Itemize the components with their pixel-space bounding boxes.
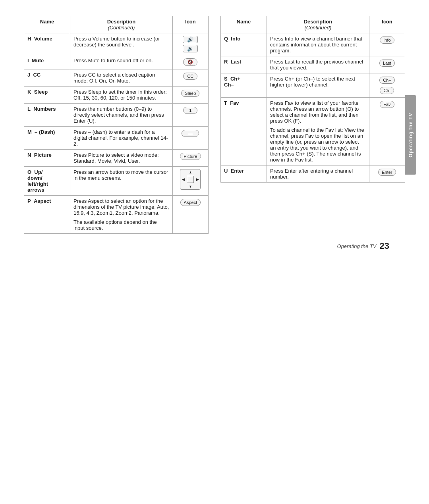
left-table-header: Name Description (Continued) Icon [24, 16, 209, 33]
row-name: K Sleep [24, 87, 70, 104]
row-icon: Ch+ Ch- [369, 73, 405, 98]
table-row: R Last Press Last to recall the previous… [221, 56, 405, 73]
row-desc: Press Aspect to select an option for the… [70, 196, 173, 234]
table-row: P Aspect Press Aspect to select an optio… [24, 196, 209, 234]
row-name: P Aspect [24, 196, 70, 234]
table-row: O Up/down/left/rightarrows Press an arro… [24, 167, 209, 196]
row-name: N Picture [24, 150, 70, 167]
row-icon: Enter [369, 165, 405, 183]
row-name: M – (Dash) [24, 127, 70, 150]
left-icon-header: Icon [172, 16, 208, 33]
row-desc: Press Picture to select a video mode: St… [70, 150, 173, 167]
right-icon-header: Icon [369, 16, 405, 33]
row-name: S Ch+Ch– [221, 73, 267, 98]
mute-icon: 🔇 [183, 58, 197, 66]
row-desc: Press Enter after entering a channel num… [267, 165, 369, 183]
footer-text: Operating the TV [337, 243, 377, 249]
fav-icon: Fav [380, 101, 394, 108]
table-row: S Ch+Ch– Press Ch+ (or Ch–) to select th… [221, 73, 405, 98]
last-icon: Last [379, 60, 395, 67]
row-desc: Press a Volume button to increase (or de… [70, 33, 173, 55]
row-desc: Press Mute to turn sound off or on. [70, 55, 173, 69]
row-desc: Press Sleep to set the timer in this ord… [70, 87, 173, 104]
table-row: Q Info Press Info to view a channel bann… [221, 33, 405, 56]
enter-icon: Enter [378, 169, 396, 176]
cc-icon: CC [183, 73, 197, 80]
info-icon: Info [380, 37, 394, 44]
row-desc: Press Info to view a channel banner that… [267, 33, 369, 56]
row-desc: Press Ch+ (or Ch–) to select the next hi… [267, 73, 369, 98]
row-desc: Press Fav to view a list of your favorit… [267, 98, 369, 165]
right-table-header: Name Description (Continued) Icon [221, 16, 405, 33]
table-row: J CC Press CC to select a closed caption… [24, 69, 209, 87]
footer-page-number: 23 [380, 241, 389, 251]
dash-icon: — [182, 130, 199, 137]
row-icon: Info [369, 33, 405, 56]
sleep-icon: Sleep [181, 90, 199, 97]
left-table: Name Description (Continued) Icon H Volu… [24, 16, 209, 234]
table-row: K Sleep Press Sleep to set the timer in … [24, 87, 209, 104]
chplus-icon: Ch+ [379, 77, 395, 84]
left-name-header: Name [24, 16, 70, 33]
arrow-pad-icon: ▲ ◀ ▶ ▼ [180, 169, 201, 190]
left-desc-header: Description (Continued) [70, 16, 173, 33]
row-name: O Up/down/left/rightarrows [24, 167, 70, 196]
right-table: Name Description (Continued) Icon Q Info [220, 16, 405, 183]
row-name: T Fav [221, 98, 267, 165]
row-icon: Last [369, 56, 405, 73]
row-desc: Press Last to recall the previous channe… [267, 56, 369, 73]
table-row: M – (Dash) Press – (dash) to enter a das… [24, 127, 209, 150]
row-name: R Last [221, 56, 267, 73]
sidebar-tab: Operating the TV [405, 95, 416, 175]
row-icon: Picture [172, 150, 208, 167]
row-name: I Mute [24, 55, 70, 69]
numbers-icon: 1 [183, 107, 197, 114]
row-name: H Volume [24, 33, 70, 55]
left-table-container: Name Description (Continued) Icon H Volu… [24, 16, 209, 234]
row-desc: Press – (dash) to enter a dash for a dig… [70, 127, 173, 150]
row-icon: Sleep [172, 87, 208, 104]
row-icon: 🔇 [172, 55, 208, 69]
right-desc-header: Description (Continued) [267, 16, 369, 33]
right-name-header: Name [221, 16, 267, 33]
table-row: I Mute Press Mute to turn sound off or o… [24, 55, 209, 69]
row-name: U Enter [221, 165, 267, 183]
row-desc: Press an arrow button to move the cursor… [70, 167, 173, 196]
row-icon: Aspect [172, 196, 208, 234]
chminus-icon: Ch- [380, 87, 394, 94]
main-content: Name Description (Continued) Icon H Volu… [24, 16, 405, 234]
row-icon: — [172, 127, 208, 150]
row-icon: Fav [369, 98, 405, 165]
row-desc: Press the number buttons (0–9) to direct… [70, 104, 173, 127]
row-desc: Press CC to select a closed caption mode… [70, 69, 173, 87]
row-name: L Numbers [24, 104, 70, 127]
row-name: J CC [24, 69, 70, 87]
table-row: N Picture Press Picture to select a vide… [24, 150, 209, 167]
table-row: H Volume Press a Volume button to increa… [24, 33, 209, 55]
row-name: Q Info [221, 33, 267, 56]
row-icon: 🔊 🔉 [172, 33, 208, 55]
table-row: T Fav Press Fav to view a list of your f… [221, 98, 405, 165]
right-desc-continued: (Continued) [304, 25, 331, 31]
footer: Operating the TV 23 [24, 241, 405, 251]
left-desc-continued: (Continued) [108, 25, 135, 31]
aspect-icon: Aspect [180, 199, 201, 206]
volume-icon: 🔊 🔉 [176, 36, 205, 52]
right-desc-header-text: Description [304, 19, 332, 25]
picture-icon: Picture [180, 153, 201, 160]
left-desc-header-text: Description [107, 19, 136, 25]
sidebar-label: Operating the TV [408, 113, 414, 158]
row-icon: ▲ ◀ ▶ ▼ [172, 167, 208, 196]
table-row: U Enter Press Enter after entering a cha… [221, 165, 405, 183]
row-icon: CC [172, 69, 208, 87]
right-table-container: Name Description (Continued) Icon Q Info [220, 16, 405, 234]
table-row: L Numbers Press the number buttons (0–9)… [24, 104, 209, 127]
row-icon: 1 [172, 104, 208, 127]
